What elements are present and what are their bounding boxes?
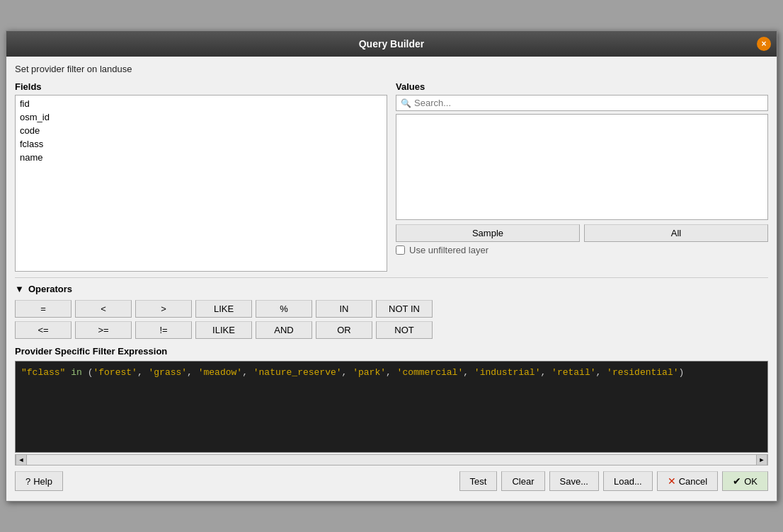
values-buttons-row: Sample All (396, 224, 768, 242)
bottom-buttons-bar: ? Help Test Clear Save... Load... ✕ Canc… (15, 466, 768, 494)
scroll-track[interactable] (27, 455, 756, 465)
test-button[interactable]: Test (459, 471, 498, 491)
ok-button[interactable]: ✔ OK (722, 471, 768, 491)
op-equals[interactable]: = (15, 300, 72, 318)
values-search-input[interactable] (414, 98, 763, 108)
operators-row-1: = < > LIKE % IN NOT IN (15, 300, 768, 318)
op-neq[interactable]: != (135, 321, 192, 339)
use-unfiltered-row: Use unfiltered layer (396, 245, 768, 255)
op-gte[interactable]: >= (75, 321, 132, 339)
fields-label: Fields (15, 81, 387, 92)
horizontal-scrollbar[interactable]: ◄ ► (15, 454, 768, 466)
values-label: Values (396, 81, 768, 92)
operators-grid: = < > LIKE % IN NOT IN <= >= != ILIKE AN… (15, 300, 768, 339)
operators-header[interactable]: ▼ Operators (15, 284, 768, 294)
fields-list[interactable]: fid osm_id code fclass name (15, 95, 387, 272)
cancel-icon: ✕ (668, 475, 676, 487)
op-in[interactable]: IN (316, 300, 372, 318)
bottom-right-buttons: Test Clear Save... Load... ✕ Cancel ✔ OK (459, 471, 768, 491)
search-icon: 🔍 (401, 98, 411, 108)
close-button[interactable]: × (757, 37, 771, 51)
values-list[interactable] (396, 114, 768, 220)
dialog-body: Set provider filter on landuse Fields fi… (6, 57, 777, 501)
use-unfiltered-label: Use unfiltered layer (409, 245, 488, 255)
field-item-osm-id[interactable]: osm_id (16, 110, 387, 124)
title-bar: Query Builder × (6, 31, 777, 57)
all-button[interactable]: All (584, 224, 768, 242)
search-box: 🔍 (396, 95, 768, 111)
op-less[interactable]: < (75, 300, 132, 318)
operators-row-2: <= >= != ILIKE AND OR NOT (15, 321, 768, 339)
operators-label: Operators (28, 284, 72, 294)
op-percent[interactable]: % (256, 300, 312, 318)
op-and[interactable]: AND (256, 321, 312, 339)
values-panel: Values 🔍 Sample All Use unfiltered layer (396, 81, 768, 272)
filter-label: Provider Specific Filter Expression (15, 346, 768, 357)
save-button[interactable]: Save... (549, 471, 599, 491)
op-ilike[interactable]: ILIKE (195, 321, 252, 339)
op-not[interactable]: NOT (376, 321, 433, 339)
operators-collapse-icon: ▼ (15, 284, 24, 294)
fields-values-row: Fields fid osm_id code fclass name Value… (15, 81, 768, 272)
op-or[interactable]: OR (316, 321, 372, 339)
bottom-left-buttons: ? Help (15, 471, 63, 491)
op-greater[interactable]: > (135, 300, 192, 318)
sample-button[interactable]: Sample (396, 224, 580, 242)
clear-button[interactable]: Clear (501, 471, 544, 491)
help-icon: ? (25, 476, 30, 487)
field-item-code[interactable]: code (16, 124, 387, 137)
query-builder-dialog: Query Builder × Set provider filter on l… (6, 30, 777, 502)
field-item-name[interactable]: name (16, 151, 387, 164)
field-item-fclass[interactable]: fclass (16, 137, 387, 151)
filter-section: Provider Specific Filter Expression "fcl… (15, 346, 768, 453)
cancel-button[interactable]: ✕ Cancel (657, 471, 718, 491)
dialog-title: Query Builder (359, 38, 425, 50)
load-button[interactable]: Load... (603, 471, 653, 491)
op-lte[interactable]: <= (15, 321, 72, 339)
ok-icon: ✔ (733, 475, 741, 487)
scroll-right-arrow[interactable]: ► (756, 454, 767, 466)
operators-section: ▼ Operators = < > LIKE % IN NOT IN <= >=… (15, 277, 768, 339)
dialog-subtitle: Set provider filter on landuse (15, 64, 768, 74)
op-like[interactable]: LIKE (195, 300, 252, 318)
use-unfiltered-checkbox[interactable] (396, 245, 405, 255)
scroll-left-arrow[interactable]: ◄ (16, 454, 27, 466)
help-button[interactable]: ? Help (15, 471, 63, 491)
fields-panel: Fields fid osm_id code fclass name (15, 81, 387, 272)
filter-expression-textarea[interactable]: "fclass" in ('forest', 'grass', 'meadow'… (15, 361, 768, 453)
op-not-in[interactable]: NOT IN (376, 300, 433, 318)
field-item-fid[interactable]: fid (16, 97, 387, 110)
